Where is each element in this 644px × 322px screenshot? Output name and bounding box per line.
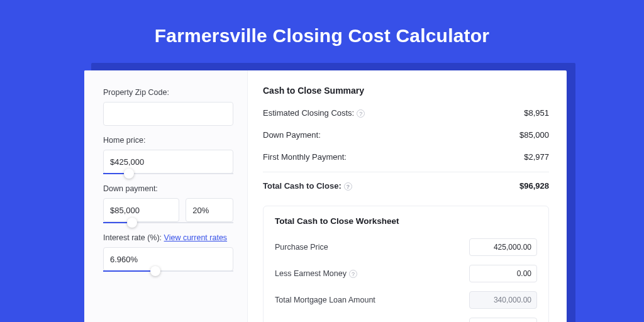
page-title: Farmersville Closing Cost Calculator (0, 0, 644, 62)
help-icon[interactable]: ? (344, 182, 352, 191)
interest-rate-label-text: Interest rate (%): (103, 233, 162, 242)
summary-row-value: $96,928 (519, 181, 549, 191)
summary-row-value: $85,000 (519, 130, 549, 140)
zip-input[interactable] (103, 102, 233, 126)
home-price-input[interactable] (103, 150, 233, 174)
worksheet-row-input[interactable] (469, 238, 537, 256)
summary-row-label: Estimated Closing Costs: (263, 108, 354, 118)
worksheet-row: Less Earnest Money? (275, 258, 537, 285)
interest-rate-label: Interest rate (%): View current rates (103, 233, 233, 242)
worksheet-card: Total Cash to Close Worksheet Purchase P… (263, 206, 549, 322)
interest-rate-slider-thumb[interactable] (150, 266, 160, 276)
summary-row: Down Payment:$85,000 (263, 124, 549, 146)
worksheet-row: Total Second Mortgage Amount (275, 311, 537, 322)
summary-pane: Cash to Close Summary Estimated Closing … (248, 70, 567, 322)
calculator-card: Property Zip Code: Home price: Down paym… (84, 70, 567, 322)
interest-rate-slider-fill (103, 270, 155, 272)
down-payment-input[interactable] (103, 198, 179, 222)
interest-rate-slider[interactable] (103, 270, 233, 272)
interest-rate-input[interactable] (103, 247, 233, 271)
home-price-slider[interactable] (103, 173, 233, 174)
down-payment-slider-thumb[interactable] (127, 218, 137, 228)
home-price-label: Home price: (103, 136, 233, 145)
worksheet-row: Purchase Price (275, 232, 537, 258)
down-payment-pct-input[interactable] (186, 198, 233, 222)
view-rates-link[interactable]: View current rates (164, 233, 228, 242)
summary-title: Cash to Close Summary (263, 86, 549, 96)
down-payment-slider[interactable] (103, 222, 233, 223)
summary-divider (263, 172, 549, 172)
summary-row-value: $2,977 (524, 152, 549, 162)
down-payment-label: Down payment: (103, 184, 233, 193)
summary-row-label: First Monthly Payment: (263, 152, 347, 162)
help-icon[interactable]: ? (349, 270, 357, 278)
worksheet-row-input[interactable] (469, 265, 537, 282)
worksheet-row-input (469, 291, 537, 309)
worksheet-row-input[interactable] (469, 318, 537, 322)
summary-row-label: Down Payment: (263, 130, 321, 140)
summary-row: First Monthly Payment:$2,977 (263, 146, 549, 168)
worksheet-row-label: Less Earnest Money (275, 269, 347, 278)
summary-row-value: $8,951 (524, 108, 549, 118)
summary-row-label: Total Cash to Close: (263, 181, 341, 191)
summary-row: Total Cash to Close:?$96,928 (263, 175, 549, 197)
home-price-slider-thumb[interactable] (124, 169, 134, 179)
worksheet-row: Total Mortgage Loan Amount (275, 285, 537, 311)
worksheet-row-label: Total Mortgage Loan Amount (275, 296, 375, 304)
inputs-sidebar: Property Zip Code: Home price: Down paym… (84, 70, 248, 322)
worksheet-title: Total Cash to Close Worksheet (275, 216, 537, 226)
summary-row: Estimated Closing Costs:?$8,951 (263, 102, 549, 124)
zip-label: Property Zip Code: (103, 88, 233, 97)
worksheet-row-label: Purchase Price (275, 243, 328, 252)
help-icon[interactable]: ? (357, 109, 365, 118)
